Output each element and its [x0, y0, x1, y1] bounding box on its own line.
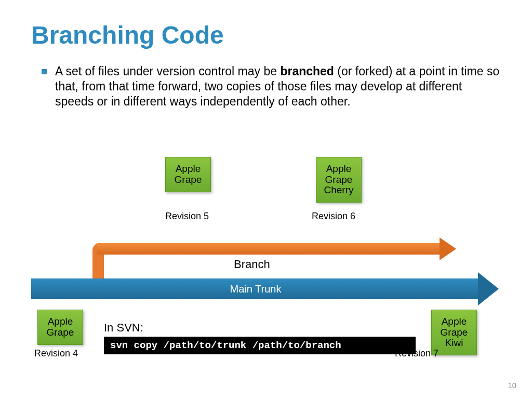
box-line: Apple [326, 164, 352, 175]
bullet-bold: branched [280, 64, 334, 78]
box-line: Grape [441, 327, 468, 338]
branch-arrow-head-icon [440, 237, 456, 260]
box-line: Grape [325, 175, 353, 185]
revision-5-label: Revision 5 [165, 211, 209, 222]
box-line: Kiwi [445, 338, 463, 349]
revision-6-label: Revision 6 [312, 211, 355, 222]
slide-title: Branching Code [31, 21, 501, 49]
box-line: Cherry [324, 185, 353, 196]
svn-code-box: svn copy /path/to/trunk /path/to/branch [104, 337, 416, 354]
bullet-text: A set of files under version control may… [55, 64, 501, 109]
box-line: Apple [176, 164, 201, 175]
branch-arrow [92, 233, 456, 285]
trunk-arrow-body: Main Trunk [31, 278, 480, 299]
box-line: Apple [442, 316, 467, 327]
branch-label: Branch [234, 258, 270, 271]
trunk-arrow-head-icon [478, 272, 499, 305]
bullet-pre: A set of files under version control may… [55, 64, 280, 78]
bullet-square-icon [42, 69, 47, 74]
revision-5-box: Apple Grape [165, 157, 211, 192]
revision-4-box: Apple Grape [37, 310, 83, 345]
bullet-item: A set of files under version control may… [31, 64, 501, 109]
trunk-label: Main Trunk [230, 283, 282, 295]
page-number: 10 [508, 381, 516, 390]
revision-6-box: Apple Grape Cherry [316, 157, 362, 203]
branch-arrow-horz [97, 243, 442, 255]
trunk-arrow: Main Trunk [31, 278, 499, 299]
svn-label: In SVN: [104, 321, 143, 335]
box-line: Grape [47, 327, 74, 338]
revision-4-label: Revision 4 [34, 348, 78, 359]
box-line: Grape [175, 175, 202, 185]
box-line: Apple [48, 316, 73, 327]
